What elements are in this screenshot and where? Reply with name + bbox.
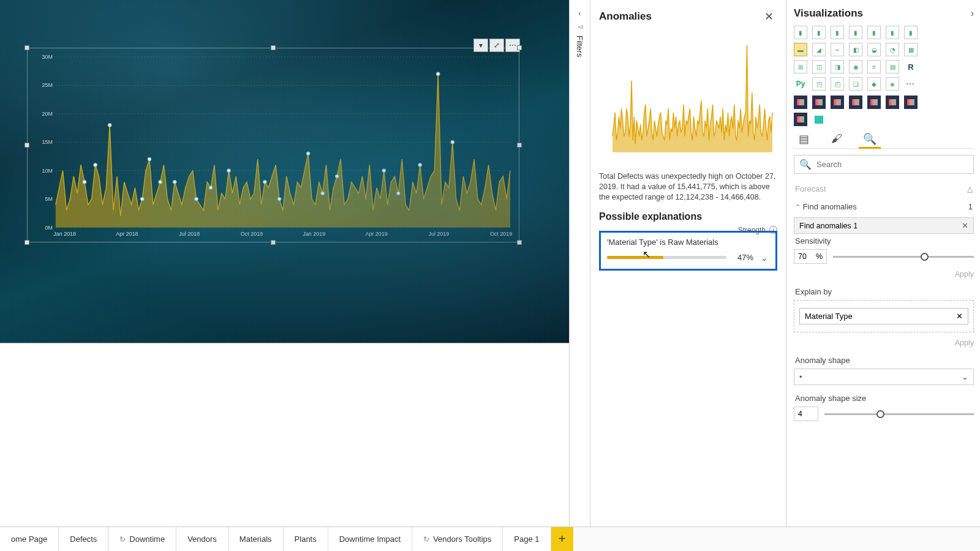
custom-visual-icon[interactable] [794,113,807,126]
custom-visual-icon[interactable] [831,96,844,109]
svg-text:Jan 2019: Jan 2019 [303,231,325,237]
viz-type-icon[interactable]: ▮ [831,26,844,39]
find-anomalies-item[interactable]: Find anomalies 1 ✕ [794,217,974,234]
viz-type-icon[interactable]: ▬ [794,43,807,56]
viz-type-icon[interactable]: ▦ [904,43,918,56]
report-canvas[interactable]: ▾ ⤢ ⋯ 0M5M10M15M20M25M30MJan 2018Apr 201… [0,0,569,343]
svg-point-37 [382,169,386,173]
below-canvas-area [0,343,569,527]
viz-type-icon[interactable]: ◰ [831,77,844,91]
anomaly-description: Total Defects was unexpectedly high on O… [599,171,777,203]
remove-field-icon[interactable]: ✕ [956,312,963,321]
anomaly-size-slider[interactable] [824,413,974,415]
slider-thumb[interactable] [876,410,884,418]
add-page-button[interactable]: + [551,527,573,551]
custom-visual-icon[interactable] [812,96,826,109]
viz-type-icon[interactable]: ▮ [867,26,881,39]
explain-by-well[interactable]: Material Type ✕ [794,300,974,332]
viz-type-icon[interactable]: ▮ [886,26,899,39]
find-anomalies-count: 1 [968,202,973,211]
viz-type-icon[interactable]: ◔ [886,43,899,56]
custom-visual-icon[interactable] [794,96,807,109]
anomaly-shape-dropdown[interactable]: • ⌄ [794,369,974,385]
svg-point-41 [451,140,454,144]
viz-type-icon[interactable]: ⋯ [904,77,918,91]
viz-type-icon[interactable]: ▤ [886,60,899,73]
viz-type-icon[interactable]: ≡ [867,60,881,73]
custom-visual-icon[interactable] [812,113,826,126]
explain-by-label: Explain by [794,285,974,298]
chevron-down-icon: ⌄ [962,372,968,381]
custom-visual-icon[interactable] [904,96,918,109]
viz-type-icon[interactable]: ❏ [849,77,862,91]
close-icon[interactable]: ✕ [761,9,777,24]
search-input[interactable] [816,160,968,169]
svg-text:Apr 2018: Apr 2018 [116,231,138,237]
sensitivity-value-box[interactable]: 70 % [794,249,827,264]
svg-text:10M: 10M [42,168,52,174]
svg-point-40 [436,72,440,76]
svg-text:25M: 25M [42,82,52,88]
expand-filters-icon[interactable]: ‹ [578,9,581,18]
filter-icon[interactable]: ▾ [473,39,488,52]
visualization-type-grid: ▮▮▮▮▮▮▮▬◢⌁◧◒◔▦⊞◫◨◉≡▤RPy◳◰❏◆◈⋯ [794,26,974,91]
viz-type-icon[interactable]: ◈ [886,77,899,91]
svg-text:Jan 2018: Jan 2018 [53,231,76,237]
viz-type-icon[interactable]: ▮ [904,26,918,39]
tab-materials[interactable]: Materials [228,527,284,551]
svg-point-29 [195,197,198,201]
chevron-down-icon[interactable]: ⌄ [760,253,769,263]
viz-type-icon[interactable]: ◳ [812,77,826,91]
custom-visual-icon[interactable] [849,96,862,109]
format-tab-icon[interactable]: 🖌 [827,132,846,146]
svg-text:Oct 2018: Oct 2018 [241,231,263,237]
filters-pane-collapsed[interactable]: ‹ ◅ Filters [570,0,590,527]
anomaly-size-value-box[interactable]: 4 [794,407,818,421]
viz-type-icon[interactable]: ⊞ [794,60,807,73]
svg-point-25 [140,197,144,201]
chart-visual-frame[interactable]: ▾ ⤢ ⋯ 0M5M10M15M20M25M30MJan 2018Apr 201… [27,48,519,242]
sensitivity-label: Sensitivity [794,234,974,247]
viz-type-icon[interactable]: ◧ [849,43,862,56]
viz-type-icon[interactable]: ◉ [849,60,862,73]
apply-button-2[interactable]: Apply [794,339,974,347]
sensitivity-slider[interactable] [833,256,974,258]
custom-visual-icon[interactable] [867,96,881,109]
explanation-card[interactable]: 'Material Type' is Raw Materials 47% ⌄ ↖ [599,231,777,271]
viz-type-icon[interactable]: ▮ [849,26,862,39]
svg-point-26 [148,157,151,161]
viz-type-icon[interactable]: R [904,60,918,73]
analytics-tab-icon[interactable]: 🔍 [860,132,880,146]
viz-type-icon[interactable]: ◒ [867,43,881,56]
focus-mode-icon[interactable]: ⤢ [489,39,504,52]
expand-pane-icon[interactable]: › [971,8,974,19]
tab-home-page[interactable]: ome Page [0,527,59,551]
viz-type-icon[interactable]: ◢ [812,43,826,56]
viz-type-icon[interactable]: ◆ [867,77,881,91]
tab-page-1[interactable]: Page 1 [503,527,551,551]
forecast-section[interactable]: Forecast △ [794,180,974,198]
viz-type-icon[interactable]: ▮ [812,26,826,39]
tab-vendors[interactable]: Vendors [176,527,228,551]
viz-type-icon[interactable]: ▮ [794,26,807,39]
tab-vendors-tooltips[interactable]: ↻Vendors Tooltips [412,527,503,551]
svg-text:30M: 30M [42,54,52,60]
viz-type-icon[interactable]: Py [794,77,807,91]
explain-by-field-name: Material Type [805,312,853,321]
tab-downtime[interactable]: ↻Downtime [108,527,176,551]
custom-visual-icon[interactable] [886,96,899,109]
tab-plants[interactable]: Plants [284,527,328,551]
tab-downtime-impact[interactable]: Downtime Impact [328,527,412,551]
search-input-row[interactable]: 🔍 [794,155,974,174]
find-anomalies-group[interactable]: ⌃ Find anomalies 1 [794,198,974,216]
viz-type-icon[interactable]: ◫ [812,60,826,73]
tab-defects[interactable]: Defects [59,527,108,551]
svg-text:20M: 20M [42,111,52,117]
viz-type-icon[interactable]: ◨ [831,60,844,73]
fields-tab-icon[interactable]: ▤ [794,132,813,146]
explain-by-field-chip[interactable]: Material Type ✕ [799,308,968,324]
remove-icon[interactable]: ✕ [962,221,968,230]
viz-type-icon[interactable]: ⌁ [831,43,844,56]
apply-button[interactable]: Apply [794,270,974,279]
slider-thumb[interactable] [921,253,929,261]
